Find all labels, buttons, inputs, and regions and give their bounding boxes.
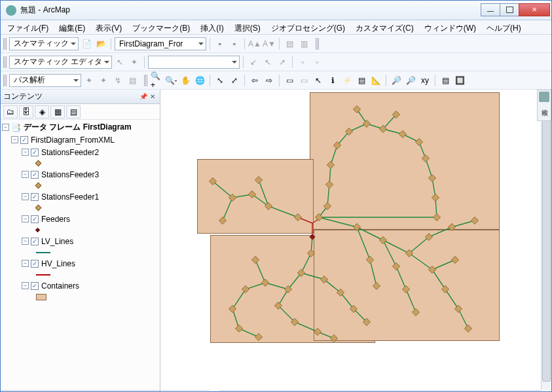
layers-icon: 📑	[11, 123, 21, 132]
ed-e-button[interactable]: ▫	[310, 56, 323, 69]
map-canvas[interactable]	[160, 90, 541, 390]
collapse-icon[interactable]: −	[11, 136, 18, 143]
clear-selection-button[interactable]: ▭	[297, 74, 310, 87]
collapse-icon[interactable]: −	[22, 171, 29, 178]
zoom-in-button[interactable]: 🔍+	[150, 74, 163, 87]
schematic-editor-dropdown[interactable]: スケマティック エディタ	[9, 56, 112, 69]
zoom-out-button[interactable]: 🔍-	[164, 74, 177, 87]
measure-button[interactable]: 📐	[369, 74, 382, 87]
fixed-zoomin-button[interactable]: ⤡	[213, 74, 227, 87]
list-visibility-button[interactable]: ◈	[35, 105, 49, 118]
new-diagram-button[interactable]: 📄	[80, 37, 93, 50]
increase-size-button[interactable]: A▲	[248, 37, 261, 50]
pa-a-button[interactable]: ✦	[83, 74, 96, 87]
checkbox[interactable]	[31, 215, 39, 223]
fixed-zoomout-button[interactable]: ⤢	[228, 74, 241, 87]
menu-edit[interactable]: 編集(E)	[56, 22, 88, 33]
tree-layer[interactable]: − StationsFeeder3	[1, 168, 160, 181]
checkbox[interactable]	[31, 171, 39, 179]
viewer-window-button[interactable]: 🔲	[453, 74, 466, 87]
prev-extent-button[interactable]: ⇦	[248, 74, 261, 87]
edit-vertex-button[interactable]: ✦	[128, 56, 141, 69]
maximize-button[interactable]	[500, 3, 519, 16]
pin-icon[interactable]: 📌	[139, 92, 148, 101]
tree-layer[interactable]: − Feeders	[1, 213, 160, 225]
list-drawing-order-button[interactable]: 🗂	[3, 105, 18, 118]
propagate2-button[interactable]: ▫	[228, 37, 241, 50]
svg-rect-53	[402, 285, 409, 293]
collapse-icon[interactable]: −	[22, 149, 29, 156]
findroute-button[interactable]: 🔎	[404, 74, 417, 87]
checkbox[interactable]	[31, 238, 39, 245]
search-dock[interactable]: 検索	[537, 90, 551, 121]
app-icon	[6, 5, 16, 16]
tree-grouplayer[interactable]: − FirstDiagram_FromXML	[1, 134, 160, 146]
svg-rect-23	[219, 217, 226, 224]
ed-d-button[interactable]: ▫	[296, 56, 309, 69]
ed-c-button[interactable]: ↗	[276, 56, 289, 69]
pointer-button[interactable]: ↖	[312, 74, 325, 87]
select-features-button[interactable]: ▭	[283, 74, 296, 87]
find-button[interactable]: 🔎	[390, 74, 403, 87]
options-button[interactable]: ▤	[66, 105, 81, 118]
pan-button[interactable]: ✋	[179, 74, 192, 87]
collapse-icon[interactable]: −	[22, 238, 29, 245]
collapse-icon[interactable]: −	[2, 124, 9, 131]
list-source-button[interactable]: 🗄	[19, 105, 33, 118]
svg-rect-44	[428, 266, 435, 273]
toc-tree[interactable]: − 📑 データ フレーム FirstDiagram − FirstDiagram…	[1, 120, 160, 390]
timeslider-button[interactable]: ▤	[439, 74, 452, 87]
list-selection-button[interactable]: ▦	[50, 105, 65, 118]
minimize-button[interactable]	[481, 3, 500, 16]
menu-window[interactable]: ウィンドウ(W)	[422, 22, 479, 33]
diagram-selector[interactable]: FirstDiagram_Fror	[115, 37, 206, 50]
hyperlink-button[interactable]: ⚡	[340, 74, 354, 87]
pa-b-button[interactable]: ✦	[97, 74, 110, 87]
misc-b-button[interactable]: ▥	[297, 37, 310, 50]
collapse-icon[interactable]: −	[22, 215, 29, 223]
checkbox[interactable]	[31, 282, 39, 290]
editor-combo[interactable]	[148, 56, 240, 69]
next-extent-button[interactable]: ⇨	[263, 74, 276, 87]
tree-layer[interactable]: − HV_Lines	[1, 257, 160, 270]
checkbox[interactable]	[20, 136, 28, 144]
pa-d-button[interactable]: ▤	[126, 74, 139, 87]
menu-selection[interactable]: 選択(S)	[232, 22, 263, 33]
ed-b-button[interactable]: ↖	[261, 56, 274, 69]
menu-customize[interactable]: カスタマイズ(C)	[353, 22, 416, 33]
menu-view[interactable]: 表示(V)	[93, 22, 124, 33]
edit-move-button[interactable]: ↖	[113, 56, 126, 69]
menu-help[interactable]: ヘルプ(H)	[484, 22, 524, 33]
map-vscrollbar[interactable]	[541, 90, 551, 390]
pa-c-button[interactable]: ↯	[111, 74, 124, 87]
tree-layer[interactable]: − Containers	[1, 279, 160, 292]
identify-button[interactable]: ℹ	[326, 74, 339, 87]
svg-rect-52	[392, 262, 399, 270]
menu-file[interactable]: ファイル(F)	[5, 22, 51, 33]
open-diagram-button[interactable]: 📂	[94, 37, 107, 50]
checkbox[interactable]	[31, 149, 39, 156]
collapse-icon[interactable]: −	[22, 193, 29, 200]
misc-a-button[interactable]: ▤	[283, 37, 296, 50]
tree-dataframe[interactable]: − 📑 データ フレーム FirstDiagram	[1, 121, 160, 134]
goto-xy-button[interactable]: xy	[418, 74, 432, 87]
menu-bookmarks[interactable]: ブックマーク(B)	[130, 22, 193, 33]
tree-layer[interactable]: − LV_Lines	[1, 235, 160, 247]
htmlpopup-button[interactable]: ▤	[355, 74, 368, 87]
schematic-dropdown[interactable]: スケマティック	[9, 37, 79, 50]
tree-layer[interactable]: − StationsFeeder1	[1, 190, 160, 203]
tree-layer[interactable]: − StationsFeeder2	[1, 146, 160, 158]
menu-geoprocessing[interactable]: ジオプロセシング(G)	[268, 22, 348, 33]
checkbox[interactable]	[31, 260, 39, 268]
propagate-button[interactable]: ▫	[213, 37, 227, 50]
close-button[interactable]	[519, 3, 550, 16]
path-analysis-dropdown[interactable]: パス解析	[9, 74, 81, 87]
full-extent-button[interactable]: 🌐	[193, 74, 206, 87]
collapse-icon[interactable]: −	[22, 282, 29, 289]
close-panel-icon[interactable]: ✕	[148, 92, 157, 101]
checkbox[interactable]	[31, 193, 39, 201]
ed-a-button[interactable]: ↙	[247, 56, 260, 69]
collapse-icon[interactable]: −	[22, 260, 29, 267]
decrease-size-button[interactable]: A▼	[263, 37, 276, 50]
menu-insert[interactable]: 挿入(I)	[198, 22, 226, 33]
